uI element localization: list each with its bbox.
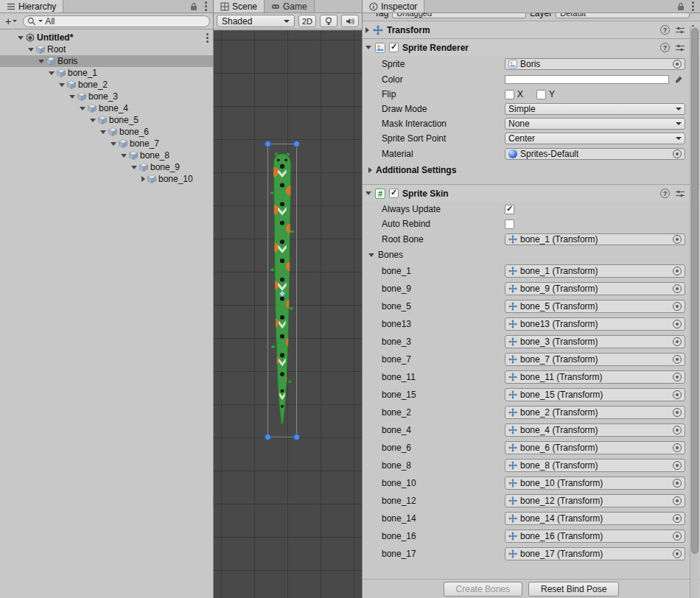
foldout-arrow[interactable] [18, 36, 24, 40]
component-enabled-checkbox[interactable] [389, 189, 399, 198]
sort-point-dropdown[interactable]: Center [505, 133, 685, 144]
foldout-arrow[interactable] [59, 83, 65, 87]
selection-handle[interactable] [293, 434, 300, 440]
auto-rebind-checkbox[interactable] [505, 219, 514, 229]
add-object-button[interactable]: + [3, 15, 19, 27]
presets-icon[interactable] [676, 189, 685, 198]
foldout-arrow[interactable] [49, 71, 55, 75]
foldout-arrow[interactable] [38, 60, 44, 63]
bone-object-field[interactable]: bone13 (Transform) [505, 317, 685, 331]
tag-dropdown[interactable]: Untagged [392, 13, 526, 18]
foldout-arrow[interactable] [90, 119, 96, 122]
object-picker-icon[interactable] [673, 549, 682, 558]
presets-icon[interactable] [676, 26, 685, 35]
hierarchy-item-bone_2[interactable]: bone_2 [0, 79, 213, 91]
foldout-arrow[interactable] [368, 253, 374, 257]
foldout-arrow[interactable] [141, 176, 145, 182]
object-picker-icon[interactable] [673, 496, 682, 505]
root-bone-object-field[interactable]: bone_1 (Transform) [505, 233, 685, 245]
tab-game[interactable]: Game [265, 0, 315, 13]
hierarchy-item-bone_7[interactable]: bone_7 [0, 138, 213, 150]
bone-object-field[interactable]: bone_8 (Transform) [505, 459, 685, 472]
selection-handle[interactable] [293, 141, 300, 147]
2d-mode-toggle[interactable]: 2D [298, 15, 316, 27]
object-picker-icon[interactable] [673, 320, 682, 328]
foldout-arrow[interactable] [368, 167, 372, 173]
draw-mode-dropdown[interactable]: Simple [505, 103, 685, 115]
presets-icon[interactable] [676, 43, 685, 52]
object-picker-icon[interactable] [673, 426, 682, 435]
flip-y-checkbox[interactable] [536, 90, 546, 99]
mask-interaction-dropdown[interactable]: None [505, 118, 685, 130]
hierarchy-item-boris[interactable]: Boris [0, 55, 213, 67]
object-picker-icon[interactable] [673, 479, 682, 488]
bone-object-field[interactable]: bone_14 (Transform) [505, 512, 685, 525]
hierarchy-item-untitled-[interactable]: Untitled* [0, 32, 213, 43]
hierarchy-item-bone_9[interactable]: bone_9 [0, 161, 213, 173]
hierarchy-item-bone_6[interactable]: bone_6 [0, 126, 213, 138]
object-picker-icon[interactable] [673, 461, 682, 470]
tab-inspector[interactable]: Inspector [363, 0, 424, 13]
bone-object-field[interactable]: bone_4 (Transform) [505, 423, 685, 437]
foldout-arrow[interactable] [121, 154, 127, 158]
hierarchy-item-bone_5[interactable]: bone_5 [0, 114, 213, 126]
scene-viewport[interactable] [214, 30, 362, 598]
object-picker-icon[interactable] [673, 514, 682, 523]
object-picker-icon[interactable] [673, 267, 682, 275]
always-update-checkbox[interactable] [505, 205, 514, 214]
sprite-renderer-component-header[interactable]: Sprite Renderer ? [363, 38, 700, 56]
bone-object-field[interactable]: bone_5 (Transform) [505, 300, 685, 313]
bone-object-field[interactable]: bone_12 (Transform) [505, 494, 685, 507]
scene-audio-toggle[interactable] [341, 15, 359, 27]
sprite-object-field[interactable]: Boris [505, 58, 685, 70]
lock-icon[interactable] [676, 2, 685, 11]
foldout-arrow[interactable] [100, 130, 106, 134]
object-picker-icon[interactable] [673, 337, 682, 346]
component-enabled-checkbox[interactable] [389, 43, 399, 52]
hierarchy-item-bone_8[interactable]: bone_8 [0, 150, 213, 161]
bone-object-field[interactable]: bone_6 (Transform) [505, 441, 685, 454]
bone-object-field[interactable]: bone_9 (Transform) [505, 282, 685, 295]
sprite-skin-component-header[interactable]: # Sprite Skin ? [363, 184, 700, 202]
hierarchy-item-bone_3[interactable]: bone_3 [0, 91, 213, 102]
help-icon[interactable]: ? [660, 25, 670, 35]
foldout-arrow[interactable] [365, 191, 371, 195]
bone-object-field[interactable]: bone_16 (Transform) [505, 530, 685, 543]
object-picker-icon[interactable] [673, 355, 682, 364]
foldout-arrow[interactable] [365, 46, 371, 49]
help-icon[interactable]: ? [660, 189, 670, 198]
bone-object-field[interactable]: bone_10 (Transform) [505, 476, 685, 490]
object-picker-icon[interactable] [673, 408, 682, 417]
eyedropper-button[interactable] [672, 74, 685, 85]
bones-foldout[interactable]: Bones [363, 247, 700, 262]
hierarchy-item-bone_10[interactable]: bone_10 [0, 173, 213, 185]
foldout-arrow[interactable] [131, 166, 137, 169]
object-picker-icon[interactable] [673, 443, 682, 452]
kebab-menu-icon[interactable] [690, 1, 696, 12]
tab-hierarchy[interactable]: Hierarchy [0, 0, 63, 13]
object-picker-icon[interactable] [673, 60, 682, 68]
additional-settings-foldout[interactable]: Additional Settings [363, 162, 700, 178]
search-input[interactable]: All [23, 15, 210, 27]
inspector-scrollbar[interactable] [690, 27, 699, 598]
material-object-field[interactable]: Sprites-Default [505, 148, 685, 160]
hierarchy-item-bone_4[interactable]: bone_4 [0, 102, 213, 114]
object-picker-icon[interactable] [673, 235, 682, 244]
scrollbar-thumb[interactable] [691, 28, 699, 554]
hierarchy-item-root[interactable]: Root [0, 43, 213, 55]
bone-object-field[interactable]: bone_11 (Transform) [505, 370, 685, 384]
bone-object-field[interactable]: bone_3 (Transform) [505, 335, 685, 348]
tab-scene[interactable]: Scene [214, 0, 265, 13]
hierarchy-item-bone_1[interactable]: bone_1 [0, 67, 213, 79]
selection-handle[interactable] [265, 434, 271, 440]
create-bones-button[interactable]: Create Bones [444, 582, 522, 597]
foldout-arrow[interactable] [111, 142, 116, 146]
transform-component-header[interactable]: Transform ? [363, 21, 700, 38]
bone-object-field[interactable]: bone_1 (Transform) [505, 264, 685, 278]
object-picker-icon[interactable] [673, 390, 682, 399]
scene-lighting-toggle[interactable] [320, 15, 337, 27]
object-picker-icon[interactable] [673, 302, 682, 311]
object-picker-icon[interactable] [673, 150, 682, 158]
flip-x-checkbox[interactable] [505, 90, 514, 99]
bone-object-field[interactable]: bone_17 (Transform) [505, 547, 685, 560]
